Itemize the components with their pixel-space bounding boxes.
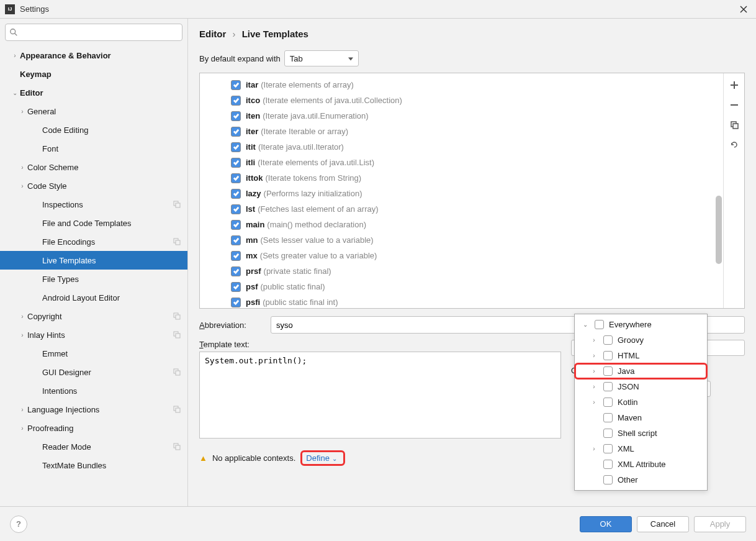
template-checkbox[interactable] bbox=[231, 298, 241, 307]
popup-checkbox[interactable] bbox=[603, 335, 613, 345]
template-row[interactable]: main(main() method declaration) bbox=[200, 217, 723, 232]
breadcrumb-sep: › bbox=[233, 29, 236, 39]
sidebar-item-emmet[interactable]: Emmet bbox=[0, 344, 187, 363]
popup-checkbox[interactable] bbox=[603, 460, 613, 469]
template-desc: (Iterate Iterable or array) bbox=[261, 127, 348, 136]
scope-icon bbox=[173, 330, 181, 339]
template-row[interactable]: lazy(Performs lazy initialization) bbox=[200, 186, 723, 201]
sidebar-item-android-layout-editor[interactable]: Android Layout Editor bbox=[0, 288, 187, 307]
popup-checkbox[interactable] bbox=[603, 444, 613, 453]
scrollbar-thumb[interactable] bbox=[716, 196, 722, 264]
sidebar-item-inlay-hints[interactable]: ›Inlay Hints bbox=[0, 325, 187, 344]
template-checkbox[interactable] bbox=[231, 142, 241, 152]
sidebar-item-general[interactable]: ›General bbox=[0, 102, 187, 120]
template-checkbox[interactable] bbox=[231, 158, 241, 168]
template-checkbox[interactable] bbox=[231, 127, 241, 137]
template-row[interactable]: ittok(Iterate tokens from String) bbox=[200, 170, 723, 186]
help-button[interactable]: ? bbox=[10, 516, 27, 533]
chevron-icon: ⌄ bbox=[581, 321, 590, 328]
template-row[interactable]: itco(Iterate elements of java.util.Colle… bbox=[200, 93, 723, 108]
popup-item-shell-script[interactable]: Shell script bbox=[575, 425, 707, 441]
sidebar-item-code-style[interactable]: ›Code Style bbox=[0, 176, 187, 195]
sidebar-item-appearance-behavior[interactable]: ›Appearance & Behavior bbox=[0, 46, 187, 65]
popup-item-java[interactable]: ›Java bbox=[575, 363, 707, 379]
template-list[interactable]: itar(Iterate elements of array)itco(Iter… bbox=[200, 73, 723, 308]
sidebar-item-font[interactable]: Font bbox=[0, 139, 187, 158]
template-row[interactable]: psf(public static final) bbox=[200, 279, 723, 294]
sidebar-item-intentions[interactable]: Intentions bbox=[0, 381, 187, 400]
template-row[interactable]: psfi(public static final int) bbox=[200, 294, 723, 308]
popup-checkbox[interactable] bbox=[603, 475, 613, 484]
sidebar-item-live-templates[interactable]: Live Templates bbox=[0, 251, 187, 270]
sidebar-item-editor[interactable]: ⌄Editor bbox=[0, 83, 187, 102]
popup-checkbox[interactable] bbox=[603, 429, 613, 438]
template-row[interactable]: iter(Iterate Iterable or array) bbox=[200, 124, 723, 139]
template-row[interactable]: mx(Sets greater value to a variable) bbox=[200, 248, 723, 263]
remove-button[interactable] bbox=[727, 98, 741, 112]
popup-checkbox[interactable] bbox=[603, 366, 613, 376]
sidebar-item-code-editing[interactable]: Code Editing bbox=[0, 120, 187, 139]
sidebar-item-label: Keymap bbox=[20, 70, 187, 79]
apply-button[interactable]: Apply bbox=[694, 516, 746, 532]
template-checkbox[interactable] bbox=[231, 220, 241, 230]
popup-checkbox[interactable] bbox=[603, 398, 613, 407]
expand-label: By default expand with bbox=[199, 54, 281, 63]
define-link[interactable]: Define ⌄ bbox=[306, 453, 336, 463]
popup-checkbox[interactable] bbox=[595, 320, 604, 329]
close-icon[interactable] bbox=[736, 2, 751, 17]
sidebar-item-copyright[interactable]: ›Copyright bbox=[0, 307, 187, 325]
chevron-icon: › bbox=[590, 399, 598, 406]
popup-checkbox[interactable] bbox=[603, 413, 613, 422]
popup-item-label: Kotlin bbox=[618, 398, 638, 407]
template-row[interactable]: itli(Iterate elements of java.util.List) bbox=[200, 155, 723, 170]
template-checkbox[interactable] bbox=[231, 80, 241, 90]
template-row[interactable]: prsf(private static final) bbox=[200, 263, 723, 279]
template-checkbox[interactable] bbox=[231, 173, 241, 183]
popup-checkbox[interactable] bbox=[603, 382, 613, 391]
template-checkbox[interactable] bbox=[231, 204, 241, 214]
popup-item-xml[interactable]: ›XML bbox=[575, 441, 707, 457]
sidebar-item-keymap[interactable]: Keymap bbox=[0, 65, 187, 83]
popup-item-xml-attribute[interactable]: XML Attribute bbox=[575, 457, 707, 472]
revert-button[interactable] bbox=[727, 138, 741, 152]
sidebar-item-gui-designer[interactable]: GUI Designer bbox=[0, 363, 187, 381]
sidebar-item-reader-mode[interactable]: Reader Mode bbox=[0, 437, 187, 456]
template-text-input[interactable] bbox=[199, 352, 561, 439]
expand-select[interactable]: Tab bbox=[284, 50, 359, 66]
popup-item-groovy[interactable]: ›Groovy bbox=[575, 332, 707, 348]
template-row[interactable]: mn(Sets lesser value to a variable) bbox=[200, 232, 723, 248]
popup-item-json[interactable]: ›JSON bbox=[575, 379, 707, 394]
sidebar-item-file-and-code-templates[interactable]: File and Code Templates bbox=[0, 214, 187, 232]
popup-item-everywhere[interactable]: ⌄Everywhere bbox=[575, 317, 707, 332]
sidebar-item-inspections[interactable]: Inspections bbox=[0, 195, 187, 214]
template-checkbox[interactable] bbox=[231, 282, 241, 292]
sidebar-item-file-encodings[interactable]: File Encodings bbox=[0, 232, 187, 251]
sidebar-item-proofreading[interactable]: ›Proofreading bbox=[0, 419, 187, 437]
context-popup: ⌄Everywhere›Groovy›HTML›Java›JSON›Kotlin… bbox=[574, 314, 708, 491]
search-box[interactable] bbox=[5, 24, 182, 41]
search-input[interactable] bbox=[22, 28, 178, 37]
popup-item-kotlin[interactable]: ›Kotlin bbox=[575, 394, 707, 410]
ok-button[interactable]: OK bbox=[580, 516, 632, 532]
template-checkbox[interactable] bbox=[231, 251, 241, 261]
template-checkbox[interactable] bbox=[231, 189, 241, 199]
sidebar-item-language-injections[interactable]: ›Language Injections bbox=[0, 400, 187, 419]
popup-checkbox[interactable] bbox=[603, 351, 613, 360]
template-checkbox[interactable] bbox=[231, 235, 241, 245]
template-row[interactable]: lst(Fetches last element of an array) bbox=[200, 201, 723, 217]
popup-item-other[interactable]: Other bbox=[575, 472, 707, 488]
sidebar-item-file-types[interactable]: File Types bbox=[0, 270, 187, 288]
template-row[interactable]: iten(Iterate java.util.Enumeration) bbox=[200, 108, 723, 124]
template-row[interactable]: itar(Iterate elements of array) bbox=[200, 77, 723, 93]
copy-button[interactable] bbox=[727, 118, 741, 132]
sidebar-item-textmate-bundles[interactable]: TextMate Bundles bbox=[0, 456, 187, 475]
template-checkbox[interactable] bbox=[231, 96, 241, 106]
popup-item-html[interactable]: ›HTML bbox=[575, 348, 707, 363]
add-button[interactable] bbox=[727, 78, 741, 92]
template-checkbox[interactable] bbox=[231, 266, 241, 276]
sidebar-item-color-scheme[interactable]: ›Color Scheme bbox=[0, 158, 187, 176]
template-checkbox[interactable] bbox=[231, 111, 241, 121]
cancel-button[interactable]: Cancel bbox=[637, 516, 689, 532]
template-row[interactable]: itit(Iterate java.util.Iterator) bbox=[200, 139, 723, 155]
popup-item-maven[interactable]: Maven bbox=[575, 410, 707, 425]
